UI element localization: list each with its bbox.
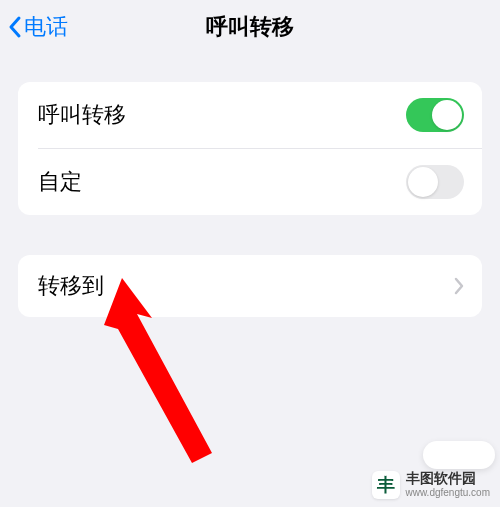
forward-to-row[interactable]: 转移到 (18, 255, 482, 317)
custom-label: 自定 (38, 167, 82, 197)
watermark-bubble (423, 441, 495, 469)
call-forwarding-toggle[interactable] (406, 98, 464, 132)
call-forwarding-label: 呼叫转移 (38, 100, 126, 130)
toggle-knob (432, 100, 462, 130)
settings-group-1: 呼叫转移 自定 (18, 82, 482, 215)
watermark-text: 丰图软件园 www.dgfengtu.com (406, 470, 491, 499)
chevron-right-icon (454, 277, 464, 295)
watermark-logo: 丰 (372, 471, 400, 499)
watermark-title: 丰图软件园 (406, 470, 491, 487)
chevron-left-icon (8, 15, 22, 39)
watermark-url: www.dgfengtu.com (406, 487, 491, 499)
settings-group-2: 转移到 (18, 255, 482, 317)
back-label: 电话 (24, 12, 68, 42)
forward-to-label: 转移到 (38, 271, 104, 301)
custom-row: 自定 (18, 149, 482, 215)
call-forwarding-row: 呼叫转移 (18, 82, 482, 148)
back-button[interactable]: 电话 (0, 12, 68, 42)
custom-toggle[interactable] (406, 165, 464, 199)
watermark: 丰 丰图软件园 www.dgfengtu.com (372, 470, 491, 499)
toggle-knob (408, 167, 438, 197)
nav-header: 电话 呼叫转移 (0, 0, 500, 54)
page-title: 呼叫转移 (206, 12, 294, 42)
